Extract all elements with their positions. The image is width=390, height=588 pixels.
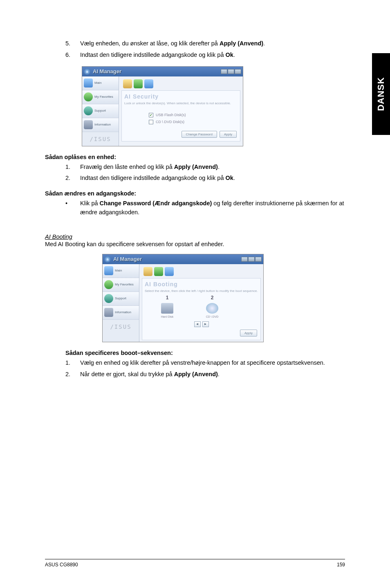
sidebar-item-main[interactable]: Main (103, 264, 139, 278)
step-text: Indtast den tidligere indstillede adgang… (80, 51, 345, 60)
step-number: 2. (65, 370, 80, 379)
app-logo-icon: a (84, 68, 90, 75)
ai-booting-title: AI Booting (45, 233, 345, 240)
toolbar-icon-3[interactable] (144, 79, 153, 88)
toolbar (121, 78, 240, 90)
step-number: 5. (65, 39, 80, 48)
footer-page-number: 159 (337, 562, 345, 568)
toolbar-icon-1[interactable] (143, 267, 152, 276)
main-icon (84, 79, 93, 88)
window-controls (241, 257, 262, 262)
ai-security-screenshot: a AI Manager Main My Favorites (82, 66, 243, 146)
top-step-list: 5. Vælg enheden, du ønsker at låse, og k… (45, 39, 345, 60)
step-text: Vælg enheden, du ønsker at låse, og klik… (80, 39, 345, 48)
support-icon (84, 106, 93, 115)
main-icon (104, 266, 113, 275)
brand-label: /ISUS (82, 132, 119, 146)
move-left-button[interactable]: ◄ (194, 321, 201, 327)
apply-button[interactable]: Apply (240, 330, 257, 337)
app-logo-icon: a (104, 256, 111, 263)
minimize-button[interactable] (241, 257, 248, 262)
maximize-button[interactable] (248, 257, 255, 262)
favorites-icon (84, 92, 93, 101)
panel-description: Lock or unlock the device(s). When selec… (124, 101, 238, 105)
sidebar-item-support[interactable]: Support (82, 104, 119, 118)
checkbox-usb[interactable]: ✔ (149, 113, 153, 117)
unlock-step-list: 1. Fravælg den låste enhed og klik på Ap… (45, 163, 345, 183)
window-controls (221, 69, 241, 74)
sidebar-item-favorites[interactable]: My Favorites (103, 278, 139, 292)
footer-product: ASUS CG8890 (45, 562, 78, 568)
spec-step-1: 1. Vælg en enhed og klik derefter på ven… (65, 359, 345, 368)
brand-label: /ISUS (103, 320, 139, 334)
sidebar: Main My Favorites Support Information /I… (103, 264, 139, 342)
step-text: Vælg en enhed og klik derefter på venstr… (80, 359, 345, 368)
unlock-heading: Sådan oplåses en enhed: (45, 154, 345, 160)
ai-booting-screenshot: a AI Manager Main My Favorites (102, 254, 264, 342)
toolbar-icon-2[interactable] (154, 267, 163, 276)
unlock-step-2: 2. Indtast den tidligere indstillede adg… (65, 174, 345, 183)
sidebar: Main My Favorites Support Information /I… (82, 76, 119, 146)
close-button[interactable] (235, 69, 241, 74)
boot-device-1-label: Hard Disk (153, 315, 182, 318)
option-cddvd-label: CD \ DVD Disk(s) (156, 120, 184, 124)
information-icon (84, 120, 93, 129)
main-panel: AI Booting Select the device, then click… (139, 264, 263, 342)
boot-device-2-label: CD \ DVD (198, 315, 226, 318)
step-number: 1. (65, 163, 80, 172)
move-right-button[interactable]: ► (202, 321, 209, 327)
window-title: AI Manager (93, 68, 121, 74)
boot-device-2[interactable]: 2 CD \ DVD (198, 295, 226, 318)
sidebar-item-support[interactable]: Support (103, 292, 139, 306)
toolbar (142, 266, 261, 277)
main-panel: AI Security Lock or unlock the device(s)… (119, 76, 243, 146)
sidebar-item-information[interactable]: Information (82, 118, 119, 132)
change-password-list: • Klik på Change Password (Ændr adgangsk… (45, 199, 345, 217)
page-footer: ASUS CG8890 159 (45, 559, 345, 568)
boot-order-1: 1 (153, 295, 182, 301)
change-password-heading: Sådan ændres en adgangskode: (45, 190, 345, 197)
sidebar-item-information[interactable]: Information (103, 306, 139, 320)
ai-booting-description: Med AI Booting kan du specificere sekven… (45, 241, 345, 247)
maximize-button[interactable] (228, 69, 234, 74)
panel-description: Select the device, then click the left /… (145, 289, 258, 293)
boot-order-2: 2 (198, 295, 226, 301)
option-usb[interactable]: ✔ USB Flash Disk(s) (149, 113, 238, 117)
language-tab-label: DANSK (376, 77, 386, 111)
step-text: Fravælg den låste enhed og klik på Apply… (80, 163, 345, 172)
change-password-bullet: • Klik på Change Password (Ændr adgangsk… (65, 199, 345, 217)
spec-step-2: 2. Når dette er gjort, skal du trykke på… (65, 370, 345, 379)
sidebar-item-main[interactable]: Main (82, 76, 119, 90)
toolbar-icon-3[interactable] (165, 267, 174, 276)
option-usb-label: USB Flash Disk(s) (156, 113, 186, 117)
spec-step-list: 1. Vælg en enhed og klik derefter på ven… (45, 359, 345, 379)
minimize-button[interactable] (221, 69, 227, 74)
sidebar-item-favorites[interactable]: My Favorites (82, 90, 119, 104)
boot-device-1[interactable]: 1 Hard Disk (153, 295, 182, 318)
toolbar-icon-2[interactable] (134, 79, 143, 88)
change-password-button[interactable]: Change Password (182, 131, 217, 138)
step-text: Når dette er gjort, skal du trykke på Ap… (80, 370, 345, 379)
step-number: 6. (65, 51, 80, 60)
panel-title: AI Booting (145, 281, 258, 287)
toolbar-icon-1[interactable] (123, 79, 132, 88)
favorites-icon (104, 280, 113, 289)
information-icon (104, 308, 113, 317)
window-title: AI Manager (113, 256, 142, 262)
option-cddvd[interactable]: CD \ DVD Disk(s) (149, 120, 238, 124)
step-5: 5. Vælg enheden, du ønsker at låse, og k… (65, 39, 345, 48)
close-button[interactable] (255, 257, 262, 262)
apply-button[interactable]: Apply (220, 131, 237, 138)
bullet-text: Klik på Change Password (Ændr adgangskod… (80, 199, 345, 217)
checkbox-cddvd[interactable] (149, 120, 153, 124)
step-text: Indtast den tidligere indstillede adgang… (80, 174, 345, 183)
step-number: 1. (65, 359, 80, 368)
window-titlebar: a AI Manager (82, 67, 243, 76)
step-6: 6. Indtast den tidligere indstillede adg… (65, 51, 345, 60)
spec-heading: Sådan specificeres booot–sekvensen: (65, 350, 345, 356)
panel-title: AI Security (124, 93, 238, 100)
bullet: • (65, 199, 80, 217)
unlock-step-1: 1. Fravælg den låste enhed og klik på Ap… (65, 163, 345, 172)
language-tab: DANSK (372, 53, 390, 135)
window-titlebar: a AI Manager (103, 254, 263, 264)
